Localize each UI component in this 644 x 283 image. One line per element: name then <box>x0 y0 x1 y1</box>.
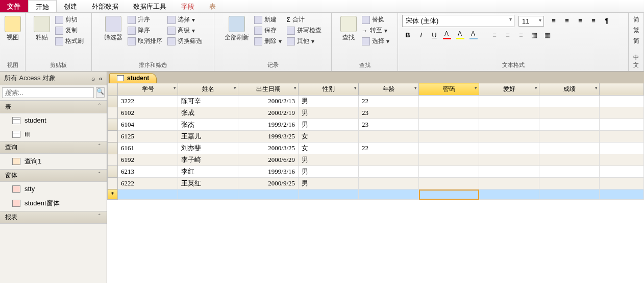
refresh-button[interactable]: 全部刷新 <box>224 15 250 43</box>
tab-create[interactable]: 创建 <box>57 0 85 12</box>
sort-clear-button[interactable]: 取消排序 <box>127 36 163 46</box>
painter-button[interactable]: 格式刷 <box>54 36 85 46</box>
tab-external[interactable]: 外部数据 <box>85 0 126 12</box>
dropdown-icon[interactable]: ▾ <box>414 85 417 90</box>
tab-table[interactable]: 表 <box>202 0 224 12</box>
cell[interactable]: 李红 <box>178 166 238 178</box>
cell[interactable] <box>359 154 419 166</box>
cell[interactable]: 2000/9/25 <box>238 178 299 190</box>
tab-fields[interactable]: 字段 <box>174 0 202 12</box>
row-selector-header[interactable] <box>108 83 118 96</box>
cell[interactable]: 李子崎 <box>178 154 238 166</box>
cell[interactable]: 3222 <box>118 96 178 107</box>
cell[interactable] <box>419 131 479 143</box>
col-header-2[interactable]: 出生日期▾ <box>238 83 299 96</box>
save-button[interactable]: 保存 <box>253 26 283 35</box>
highlight-button[interactable] <box>455 30 466 40</box>
paste-button[interactable]: 粘贴 <box>33 15 51 43</box>
cell[interactable] <box>479 131 539 143</box>
dropdown-icon[interactable]: ▾ <box>354 85 357 90</box>
cell[interactable] <box>539 166 600 178</box>
filter-button[interactable]: 筛选器 <box>103 15 123 43</box>
cell[interactable] <box>479 119 539 131</box>
fillcolor-button[interactable] <box>468 30 480 40</box>
nav-header[interactable]: 所有 Access 对象 ⊙ « <box>0 72 107 85</box>
nav-item-student[interactable]: student <box>0 113 107 127</box>
cell[interactable]: 女 <box>299 143 359 154</box>
new-row-marker[interactable]: * <box>108 190 118 200</box>
row-selector[interactable] <box>108 154 118 166</box>
cell[interactable]: 23 <box>359 107 419 119</box>
new-row[interactable]: * <box>108 190 644 200</box>
altcolor-button[interactable]: ▦ <box>542 30 553 40</box>
tab-file[interactable]: 文件 <box>0 0 28 12</box>
cell[interactable] <box>479 107 539 119</box>
nav-item-查询1[interactable]: 查询1 <box>0 154 107 169</box>
col-header-1[interactable]: 姓名▾ <box>178 83 238 96</box>
dropdown-icon[interactable]: ▾ <box>294 85 296 90</box>
cell[interactable] <box>238 190 299 200</box>
col-header-3[interactable]: 性别▾ <box>299 83 359 96</box>
cjk-s-button[interactable]: 简 <box>632 15 640 25</box>
spell-button[interactable]: 拼写检查 <box>286 26 323 35</box>
row-selector[interactable] <box>108 131 118 143</box>
nav-item-stty[interactable]: stty <box>0 182 107 196</box>
cell[interactable] <box>479 166 539 178</box>
cell[interactable] <box>539 119 600 131</box>
search-go-button[interactable]: 🔍 <box>96 87 105 98</box>
cell[interactable]: 6161 <box>118 143 178 154</box>
sort-asc-button[interactable]: 升序 <box>127 15 163 25</box>
col-header-4[interactable]: 年龄▾ <box>359 83 419 96</box>
nav-item-ttt[interactable]: ttt <box>0 127 107 141</box>
cjk-t-button[interactable]: 繁 <box>632 26 640 35</box>
cell[interactable]: 陈可辛 <box>178 96 238 107</box>
cell[interactable]: 1999/2/16 <box>238 119 299 131</box>
cell[interactable]: 6222 <box>118 178 178 190</box>
cell[interactable] <box>359 166 419 178</box>
cjk-h-button[interactable]: 简 <box>632 36 640 46</box>
dropdown-icon[interactable]: ▾ <box>535 85 537 90</box>
cell[interactable]: 王英红 <box>178 178 238 190</box>
nav-cat-forms[interactable]: 窗体⌃ <box>0 169 107 182</box>
tab-home[interactable]: 开始 <box>28 0 57 12</box>
copy-button[interactable]: 复制 <box>54 26 85 35</box>
cell[interactable] <box>479 178 539 190</box>
cell[interactable] <box>479 154 539 166</box>
numbering-button[interactable]: ≡ <box>561 16 573 26</box>
cell[interactable]: 男 <box>299 96 359 107</box>
underline-button[interactable]: U <box>429 30 440 40</box>
table-row[interactable]: 6104张杰1999/2/16男23 <box>108 119 644 131</box>
table-row[interactable]: 6161刘亦斐2000/3/25女22 <box>108 143 644 154</box>
cell[interactable]: 张成 <box>178 107 238 119</box>
data-grid[interactable]: 学号▾姓名▾出生日期▾性别▾年龄▾密码▾爱好▾成绩▾ 3222陈可辛2000/2… <box>107 83 644 200</box>
cell[interactable]: 男 <box>299 154 359 166</box>
italic-button[interactable]: I <box>415 30 427 40</box>
font-combo[interactable]: 宋体 (主体) <box>402 15 514 27</box>
cell[interactable] <box>539 131 600 143</box>
selection-button[interactable]: 选择 ▾ <box>166 15 203 25</box>
cell[interactable]: 22 <box>359 96 419 107</box>
cell[interactable] <box>178 190 238 200</box>
cell[interactable] <box>539 178 600 190</box>
cell[interactable] <box>419 166 479 178</box>
nav-cat-queries[interactable]: 查询⌃ <box>0 141 107 154</box>
cell[interactable] <box>359 178 419 190</box>
ltr-button[interactable]: ¶ <box>601 16 612 26</box>
cell[interactable] <box>539 96 600 107</box>
select-button[interactable]: 选择 ▾ <box>361 36 390 46</box>
tab-dbtools[interactable]: 数据库工具 <box>126 0 174 12</box>
table-row[interactable]: 6222王英红2000/9/25男 <box>108 178 644 190</box>
cell[interactable]: 1999/3/25 <box>238 131 299 143</box>
cell[interactable] <box>539 143 600 154</box>
row-selector[interactable] <box>108 178 118 190</box>
col-header-6[interactable]: 爱好▾ <box>479 83 539 96</box>
cell[interactable] <box>359 190 419 200</box>
dropdown-icon[interactable]: ▾ <box>475 85 477 90</box>
bullets-button[interactable]: ≡ <box>548 16 559 26</box>
cell[interactable] <box>419 143 479 154</box>
cut-button[interactable]: 剪切 <box>54 15 85 25</box>
cell[interactable]: 22 <box>359 143 419 154</box>
align-left-button[interactable]: ≡ <box>489 30 500 40</box>
cell[interactable]: 张杰 <box>178 119 238 131</box>
cell[interactable] <box>299 190 359 200</box>
